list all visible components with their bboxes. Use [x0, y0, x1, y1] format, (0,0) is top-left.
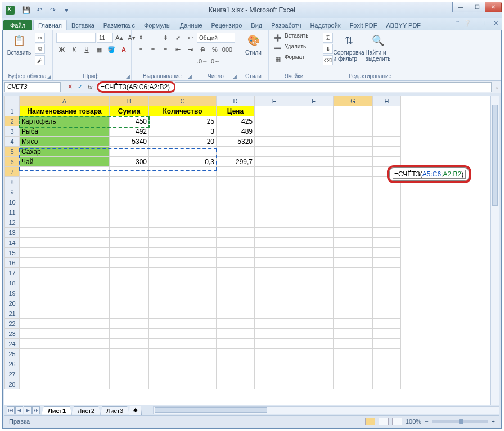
cell[interactable] [110, 187, 149, 197]
clipboard-launcher-icon[interactable]: ◢ [47, 74, 51, 79]
cell[interactable] [149, 319, 217, 329]
cell[interactable] [20, 187, 110, 197]
cell[interactable] [149, 278, 217, 288]
cell[interactable] [255, 116, 294, 126]
sheet-tab-1[interactable]: Лист1 [42, 406, 72, 415]
underline-button[interactable]: Ч [81, 44, 92, 55]
cell[interactable] [110, 278, 149, 288]
sheet-nav-first-icon[interactable]: ⏮ [7, 406, 15, 414]
cell[interactable] [20, 379, 110, 389]
cell[interactable] [217, 308, 255, 319]
cell[interactable]: Цена [217, 106, 255, 116]
cell[interactable] [255, 177, 294, 187]
cell[interactable] [334, 238, 373, 248]
cell[interactable] [149, 349, 217, 359]
copy-icon[interactable]: ⧉ [35, 44, 45, 54]
font-size-combo[interactable]: 11 [97, 33, 112, 43]
autosum-icon[interactable]: Σ [323, 33, 333, 43]
cell[interactable] [294, 116, 334, 126]
sort-filter-button[interactable]: ⇅ Сортировка и фильтр [335, 33, 362, 62]
cell[interactable]: 5320 [217, 137, 255, 147]
cell[interactable] [217, 177, 255, 187]
cell[interactable] [149, 228, 217, 238]
cell[interactable] [20, 339, 110, 349]
cell[interactable] [373, 379, 401, 389]
redo-icon[interactable]: ↷ [47, 4, 58, 16]
cell[interactable] [217, 217, 255, 228]
help-icon[interactable]: ❔ [464, 20, 471, 27]
row-header[interactable]: 24 [5, 339, 20, 349]
comma-icon[interactable]: 000 [222, 44, 233, 55]
tab-data[interactable]: Данные [176, 20, 207, 30]
row-header[interactable]: 12 [5, 217, 20, 228]
ribbon-minimize-icon[interactable]: ⌃ [455, 20, 460, 27]
row-header[interactable]: 22 [5, 319, 20, 329]
cell[interactable] [20, 228, 110, 238]
cell[interactable]: 300 [110, 157, 149, 167]
cell[interactable] [110, 147, 149, 157]
cell[interactable] [149, 248, 217, 258]
sheet-tab-2[interactable]: Лист2 [71, 406, 101, 415]
cell[interactable]: Картофель [20, 116, 110, 126]
format-cells-button[interactable]: ▦Формат [272, 54, 305, 64]
cell[interactable] [334, 258, 373, 268]
cell[interactable]: 0,3 [149, 157, 217, 167]
cell[interactable] [149, 167, 217, 177]
row-header[interactable]: 1 [5, 106, 20, 116]
cell[interactable] [20, 308, 110, 319]
cell[interactable] [217, 228, 255, 238]
cell[interactable] [334, 288, 373, 298]
cell[interactable]: 20 [149, 137, 217, 147]
cell[interactable] [255, 126, 294, 137]
cell[interactable]: Сахар [20, 147, 110, 157]
cell[interactable] [149, 298, 217, 308]
increase-font-icon[interactable]: A▴ [114, 33, 125, 43]
enter-formula-icon[interactable]: ✓ [75, 83, 84, 92]
cell[interactable] [373, 369, 401, 379]
row-header[interactable]: 14 [5, 238, 20, 248]
cell[interactable] [334, 379, 373, 389]
cell[interactable]: Наименование товара [20, 106, 110, 116]
cell[interactable] [334, 147, 373, 157]
cell[interactable]: Количество [149, 106, 217, 116]
styles-button[interactable]: 🎨 Стили [242, 33, 265, 56]
cell[interactable] [334, 217, 373, 228]
sheet-nav-last-icon[interactable]: ⏭ [32, 406, 40, 414]
doc-restore-icon[interactable]: ☐ [484, 20, 490, 27]
row-header[interactable]: 17 [5, 268, 20, 278]
cell[interactable] [110, 349, 149, 359]
delete-cells-button[interactable]: ➖Удалить [272, 43, 306, 53]
cell[interactable] [373, 308, 401, 319]
cell[interactable] [294, 319, 334, 329]
fill-icon[interactable]: ⬇ [323, 44, 333, 54]
cell[interactable] [294, 187, 334, 197]
cell[interactable] [110, 217, 149, 228]
horizontal-scrollbar[interactable] [153, 406, 500, 414]
fx-icon[interactable]: fx [86, 83, 94, 92]
cell[interactable] [334, 349, 373, 359]
cell[interactable] [255, 369, 294, 379]
tab-file[interactable]: Файл [3, 20, 32, 30]
find-select-button[interactable]: 🔍 Найти и выделить [364, 33, 392, 62]
row-header[interactable]: 19 [5, 288, 20, 298]
row-header[interactable]: 18 [5, 278, 20, 288]
cell[interactable] [294, 248, 334, 258]
zoom-slider[interactable] [432, 420, 488, 423]
cell[interactable] [255, 329, 294, 339]
cell[interactable] [334, 329, 373, 339]
cell[interactable] [294, 369, 334, 379]
cell[interactable] [373, 126, 401, 137]
row-header[interactable]: 25 [5, 349, 20, 359]
insert-cells-button[interactable]: ➕Вставить [272, 33, 308, 43]
cell[interactable] [255, 268, 294, 278]
align-left-icon[interactable]: ≡ [135, 44, 146, 55]
cell[interactable] [110, 228, 149, 238]
cell[interactable] [20, 238, 110, 248]
row-header[interactable]: 20 [5, 298, 20, 308]
close-button[interactable]: ✕ [485, 2, 502, 12]
cell[interactable] [294, 126, 334, 137]
cell[interactable] [373, 116, 401, 126]
cell[interactable] [373, 319, 401, 329]
cell[interactable] [255, 308, 294, 319]
cell[interactable] [334, 319, 373, 329]
